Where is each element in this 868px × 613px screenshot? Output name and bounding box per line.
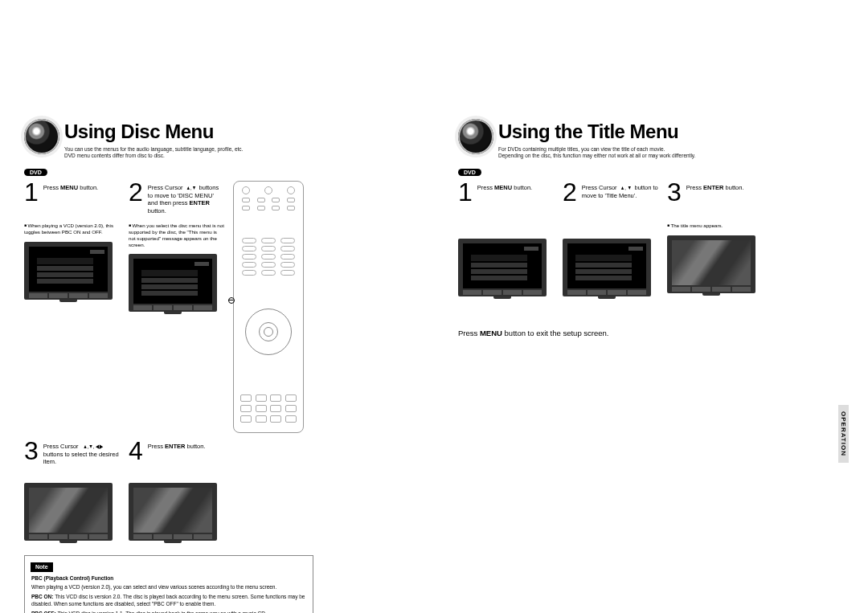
subtitle-1: For DVDs containing multiple titles, you…	[498, 146, 695, 153]
remote-illustration	[233, 181, 304, 433]
step-text: Press MENU button.	[43, 181, 98, 191]
step-note: When you select the disc menu that is no…	[129, 223, 225, 247]
speaker-icon	[458, 119, 493, 154]
step-1: 1 Press MENU button. When playing a VCD …	[24, 181, 121, 300]
tv-illustration	[24, 242, 113, 300]
page-title: Using Disc Menu	[64, 121, 243, 143]
note-box: Note PBC (Playback Control) Function Whe…	[24, 555, 313, 613]
subtitle-2: DVD menu contents differ from disc to di…	[64, 153, 243, 159]
speaker-icon	[24, 119, 59, 154]
page-title: Using the Title Menu	[498, 121, 695, 143]
tv-illustration	[563, 239, 651, 296]
step-note: The title menu appears.	[667, 223, 764, 229]
dvd-badge: DVD	[24, 169, 47, 176]
step-number: 1	[24, 181, 39, 204]
tv-illustration	[129, 254, 217, 312]
subtitle-2: Depending on the disc, this function may…	[498, 153, 695, 159]
dvd-badge: DVD	[458, 169, 481, 176]
tv-illustration	[667, 235, 755, 293]
tv-illustration	[129, 483, 217, 541]
section-tab: OPERATION	[838, 405, 849, 463]
step-1: 1 Press MENU button.	[458, 181, 555, 296]
footer-note: Press MENU button to exit the setup scre…	[458, 329, 868, 337]
step-text: Press ENTER button.	[686, 181, 744, 191]
step-number: 3	[667, 181, 682, 204]
page-33: Using Disc Menu You can use the menus fo…	[0, 0, 434, 613]
step-4: 4 Press ENTER button.	[129, 439, 225, 541]
step-number: 2	[129, 181, 143, 204]
tv-illustration	[458, 239, 547, 296]
step-3: 3 Press ENTER button. The title menu app…	[667, 181, 764, 293]
step-number: 1	[458, 181, 473, 204]
step-number: 4	[129, 439, 143, 463]
step-2: 2 Press Cursor ▲, ▼ button to move to 'T…	[563, 181, 659, 296]
step-2: 2 Press Cursor ▲,▼ buttons to move to 'D…	[129, 181, 225, 312]
page-34: Using the Title Menu For DVDs containing…	[434, 0, 868, 613]
step-text: Press Cursor ▲, ▼ button to move to 'Tit…	[582, 181, 659, 199]
step-number: 3	[24, 439, 39, 463]
tv-illustration	[24, 483, 113, 541]
step-3: 3 Press Cursor ▲,▼, ◀,▶ buttons to selec…	[24, 439, 121, 541]
subtitle-1: You can use the menus for the audio lang…	[64, 146, 243, 153]
note-badge: Note	[31, 562, 53, 571]
step-text: Press Cursor ▲,▼, ◀,▶ buttons to select …	[43, 439, 121, 466]
page-spread: Using Disc Menu You can use the menus fo…	[0, 0, 868, 613]
step-text: Press ENTER button.	[148, 439, 206, 450]
step-number: 2	[563, 181, 577, 204]
step-text: Press Cursor ▲,▼ buttons to move to 'DIS…	[148, 181, 225, 215]
step-note: When playing a VCD (version 2.0), this t…	[24, 223, 121, 235]
step-text: Press MENU button.	[477, 181, 532, 191]
